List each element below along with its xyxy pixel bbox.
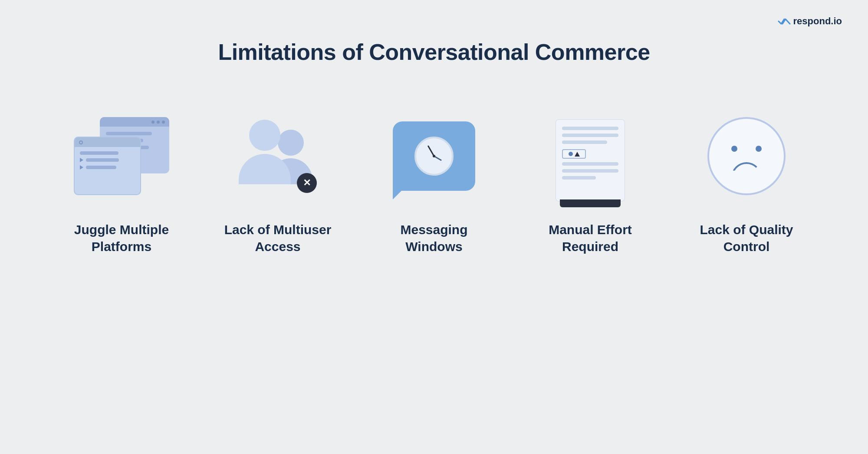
row2 bbox=[80, 158, 135, 162]
circle-icon bbox=[79, 140, 83, 144]
arrow-icon2 bbox=[80, 165, 83, 170]
messaging-icon bbox=[388, 115, 480, 197]
doc-line2 bbox=[562, 134, 618, 137]
card-label-multiuser: Lack of MultiuserAccess bbox=[224, 221, 332, 255]
sad-mouth-icon bbox=[731, 162, 762, 177]
card-label-quality: Lack of QualityControl bbox=[700, 221, 793, 255]
window-back-header bbox=[100, 117, 169, 127]
cards-row: Juggle MultiplePlatforms ✕ Lack of Multi… bbox=[0, 108, 868, 255]
quality-icon-area bbox=[694, 108, 799, 204]
doc-line6 bbox=[562, 176, 596, 180]
window-front bbox=[74, 137, 141, 195]
logo: respond.io bbox=[778, 16, 842, 27]
person-body-front bbox=[239, 154, 291, 184]
juggle-platforms-icon-area bbox=[69, 108, 174, 204]
form-box-icon bbox=[562, 149, 586, 159]
chat-bubble-icon bbox=[393, 121, 475, 191]
card-manual-effort: Manual EffortRequired bbox=[512, 108, 668, 255]
form-triangle-icon bbox=[575, 152, 580, 157]
eyes-row bbox=[731, 146, 762, 152]
line-b bbox=[86, 158, 119, 162]
multiuser-icon: ✕ bbox=[234, 115, 321, 197]
line1 bbox=[106, 132, 152, 135]
page-title: Limitations of Conversational Commerce bbox=[218, 39, 650, 65]
person-head-front bbox=[249, 120, 280, 151]
row3 bbox=[80, 165, 135, 170]
line-a bbox=[80, 151, 118, 155]
dot3 bbox=[162, 121, 165, 124]
dot1 bbox=[151, 121, 155, 124]
sad-face-icon bbox=[707, 117, 786, 195]
left-eye-icon bbox=[731, 146, 737, 152]
clock-icon bbox=[414, 137, 454, 176]
card-label-messaging: MessagingWindows bbox=[400, 221, 467, 255]
x-badge-icon: ✕ bbox=[297, 173, 317, 193]
doc-line1 bbox=[562, 127, 618, 130]
dot2 bbox=[157, 121, 160, 124]
doc-line5 bbox=[562, 169, 618, 173]
multiuser-icon-area: ✕ bbox=[226, 108, 330, 204]
card-label-manual: Manual EffortRequired bbox=[549, 221, 632, 255]
doc-form-row bbox=[562, 149, 618, 159]
form-circle-icon bbox=[569, 152, 573, 156]
arrow-icon bbox=[80, 158, 83, 162]
card-label-juggle: Juggle MultiplePlatforms bbox=[74, 221, 169, 255]
logo-text: respond.io bbox=[793, 16, 842, 27]
person-front bbox=[239, 120, 291, 184]
doc-line4 bbox=[562, 162, 618, 166]
clock-center bbox=[433, 155, 435, 157]
manual-effort-icon bbox=[551, 111, 629, 202]
document-icon bbox=[556, 119, 625, 202]
doc-base bbox=[560, 199, 621, 207]
manual-icon-area bbox=[538, 108, 642, 204]
sad-face bbox=[709, 119, 784, 193]
card-juggle-multiple-platforms: Juggle MultiplePlatforms bbox=[43, 108, 200, 255]
right-eye-icon bbox=[756, 146, 762, 152]
card-lack-quality-control: Lack of QualityControl bbox=[668, 108, 825, 255]
window-front-rows bbox=[75, 147, 140, 174]
messaging-icon-area bbox=[382, 108, 486, 204]
platforms-icon bbox=[74, 117, 169, 195]
window-front-header bbox=[75, 137, 140, 147]
doc-line3 bbox=[562, 140, 607, 144]
logo-icon bbox=[778, 16, 791, 26]
line-c bbox=[86, 166, 116, 169]
card-lack-multiuser-access: ✕ Lack of MultiuserAccess bbox=[200, 108, 356, 255]
row1 bbox=[80, 151, 135, 155]
card-messaging-windows: MessagingWindows bbox=[356, 108, 512, 255]
